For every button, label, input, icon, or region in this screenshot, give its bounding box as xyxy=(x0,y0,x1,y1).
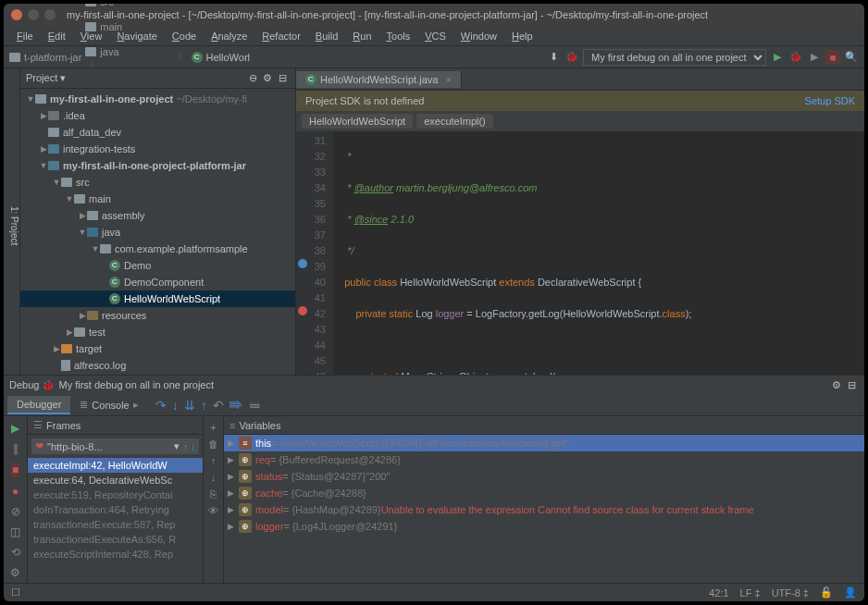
stack-frame[interactable]: doInTransaction:464, Retrying xyxy=(28,502,203,517)
crumb-class[interactable]: HelloWorldWebScript xyxy=(302,114,413,129)
status-messages-icon[interactable]: ☐ xyxy=(11,586,20,599)
force-step-into-icon[interactable]: ⇊ xyxy=(184,398,195,413)
view-breakpoints-icon[interactable]: ● xyxy=(12,485,19,498)
breadcrumb-item[interactable]: src xyxy=(85,4,169,7)
variable-row[interactable]: ▶≡this = {HelloWorldWebScript@24284} "al… xyxy=(224,435,864,451)
evaluate-icon[interactable]: ⩸ xyxy=(248,398,261,413)
project-tool-tab[interactable]: 1: Project xyxy=(4,68,20,375)
thread-selector[interactable]: ❤"http-bio-8...▾↑↓ xyxy=(31,438,199,454)
stack-frame[interactable]: execute:64, DeclarativeWebSc xyxy=(28,473,203,488)
remove-watch-icon[interactable]: 🗑 xyxy=(208,438,218,450)
mute-breakpoints-icon[interactable]: ⊘ xyxy=(11,505,20,518)
variables-icon: ≡ xyxy=(229,420,235,431)
menu-file[interactable]: File xyxy=(9,29,41,43)
stop-debug-button[interactable]: ■ xyxy=(11,463,19,477)
variables-panel: + 🗑 ↑ ↓ ⎘ 👁 ≡Variables ▶≡this = {HelloWo… xyxy=(204,416,864,583)
coverage-button[interactable]: ▶ xyxy=(807,50,822,65)
gutter[interactable]: 313233343536373839404142434445464748 xyxy=(296,131,333,375)
breadcrumb-bar: t-platform-jar 〉src〉main〉java〉com〉exampl… xyxy=(4,46,864,68)
class-icon: C xyxy=(192,52,203,63)
step-out-icon[interactable]: ↑ xyxy=(201,398,207,413)
build-icon[interactable]: ⬇ xyxy=(546,50,561,65)
editor-tab[interactable]: CHelloWorldWebScript.java× xyxy=(296,71,462,88)
stack-frames[interactable]: executeImpl:42, HelloWorldWexecute:64, D… xyxy=(28,458,203,583)
watch-down-icon[interactable]: ↓ xyxy=(211,472,217,483)
variable-row[interactable]: ▶⊕req = {BufferedRequest@24286} xyxy=(224,451,864,468)
window-minimize-icon[interactable] xyxy=(28,9,39,20)
stack-frame[interactable]: transactionedExecuteAs:656, R xyxy=(28,532,203,547)
class-icon: C xyxy=(109,277,120,288)
sdk-warning-text: Project SDK is not defined xyxy=(305,95,424,106)
menu-build[interactable]: Build xyxy=(308,29,345,43)
hide-icon[interactable]: ⊟ xyxy=(275,71,290,86)
variable-row[interactable]: ▶⊕model = {HashMap@24289} Unable to eval… xyxy=(224,501,864,518)
project-tree[interactable]: ▼my-first-all-in-one-project ~/Desktop/m… xyxy=(20,89,295,375)
editor-tabs: CHelloWorldWebScript.java× xyxy=(296,68,864,91)
stack-frame[interactable]: executeScriptInternal:428, Rep xyxy=(28,547,203,562)
tree-selected-file: CHelloWorldWebScript xyxy=(20,290,295,307)
window-maximize-icon[interactable] xyxy=(44,9,56,20)
stop-button[interactable]: ■ xyxy=(825,50,840,65)
tab-console[interactable]: ≣Console▸ xyxy=(70,396,147,414)
debug-button[interactable]: 🐞 xyxy=(788,50,803,65)
folder-icon xyxy=(9,53,20,62)
crumb-method[interactable]: executeImpl() xyxy=(416,114,493,129)
breadcrumb-file[interactable]: CHelloWorl xyxy=(192,52,250,63)
frames-icon: ☰ xyxy=(33,419,43,431)
breakpoint-icon[interactable] xyxy=(298,259,307,268)
variable-row[interactable]: ▶⊕cache = {Cache@24288} xyxy=(224,485,864,501)
menu-window[interactable]: Window xyxy=(453,29,504,43)
run-button[interactable]: ▶ xyxy=(770,50,785,65)
gear-icon[interactable]: ⚙ xyxy=(260,71,275,86)
file-encoding[interactable]: UTF-8 ‡ xyxy=(772,587,809,599)
stack-frame[interactable]: execute:519, RepositoryContai xyxy=(28,488,203,502)
menu-edit[interactable]: Edit xyxy=(41,29,73,43)
close-tab-icon[interactable]: × xyxy=(445,74,451,85)
frames-panel: ☰Frames ❤"http-bio-8...▾↑↓ executeImpl:4… xyxy=(28,416,204,583)
drop-frame-icon[interactable]: ↶ xyxy=(213,398,224,413)
class-icon: C xyxy=(305,74,316,85)
window-close-icon[interactable] xyxy=(11,9,22,20)
caret-position[interactable]: 42:1 xyxy=(709,587,728,599)
gear-icon[interactable]: ⚙ xyxy=(829,377,844,392)
run-to-cursor-icon[interactable]: ⭆ xyxy=(229,398,242,413)
code-body[interactable]: * * @author martin.bergljung@alfresco.co… xyxy=(333,131,864,375)
menu-run[interactable]: Run xyxy=(345,29,378,43)
variable-row[interactable]: ▶⊕status = {Status@24287} "200" xyxy=(224,468,864,485)
lock-icon[interactable]: 🔓 xyxy=(820,586,833,599)
variables-list[interactable]: ▶≡this = {HelloWorldWebScript@24284} "al… xyxy=(224,435,864,583)
new-watch-icon[interactable]: + xyxy=(210,422,216,433)
settings-icon[interactable]: ⚙ xyxy=(10,566,20,579)
step-into-icon[interactable]: ↓ xyxy=(172,398,179,413)
layout-icon[interactable]: ◫ xyxy=(10,525,20,538)
line-separator[interactable]: LF ‡ xyxy=(740,587,761,599)
hide-icon[interactable]: ⊟ xyxy=(844,377,859,392)
debug-config-icon: 🐞 xyxy=(564,50,579,65)
show-watches-icon[interactable]: 👁 xyxy=(208,505,218,516)
hector-icon[interactable]: 👤 xyxy=(844,586,857,599)
restore-layout-icon[interactable]: ⟲ xyxy=(11,546,20,559)
menu-vcs[interactable]: VCS xyxy=(417,29,453,43)
menu-analyze[interactable]: Analyze xyxy=(204,29,254,43)
pause-button[interactable]: ∥ xyxy=(13,442,19,455)
sdk-warning-bar: Project SDK is not defined Setup SDK xyxy=(296,91,864,111)
search-icon[interactable]: 🔍 xyxy=(844,50,859,65)
menu-tools[interactable]: Tools xyxy=(379,29,418,43)
variable-row[interactable]: ▶⊕logger = {Log4JLogger@24291} xyxy=(224,518,864,535)
setup-sdk-link[interactable]: Setup SDK xyxy=(805,95,855,106)
stack-frame[interactable]: executeImpl:42, HelloWorldW xyxy=(28,458,203,473)
resume-button[interactable]: ▶ xyxy=(11,422,19,435)
collapse-icon[interactable]: ⊖ xyxy=(245,71,260,86)
menu-refactor[interactable]: Refactor xyxy=(254,29,308,43)
menu-help[interactable]: Help xyxy=(504,29,540,43)
stack-frame[interactable]: transactionedExecute:587, Rep xyxy=(28,517,203,532)
breadcrumb-item[interactable]: java xyxy=(85,46,169,57)
breadcrumb-project[interactable]: t-platform-jar xyxy=(9,52,81,63)
tab-debugger[interactable]: Debugger xyxy=(7,396,70,414)
step-over-icon[interactable]: ↷ xyxy=(155,398,167,413)
project-view-dropdown[interactable]: Project ▾ xyxy=(26,72,66,84)
run-config-select[interactable]: My first debug on all in one project xyxy=(583,49,766,66)
watch-up-icon[interactable]: ↑ xyxy=(211,455,217,466)
duplicate-watch-icon[interactable]: ⎘ xyxy=(210,488,217,500)
breadcrumb-item[interactable]: main xyxy=(85,21,169,32)
